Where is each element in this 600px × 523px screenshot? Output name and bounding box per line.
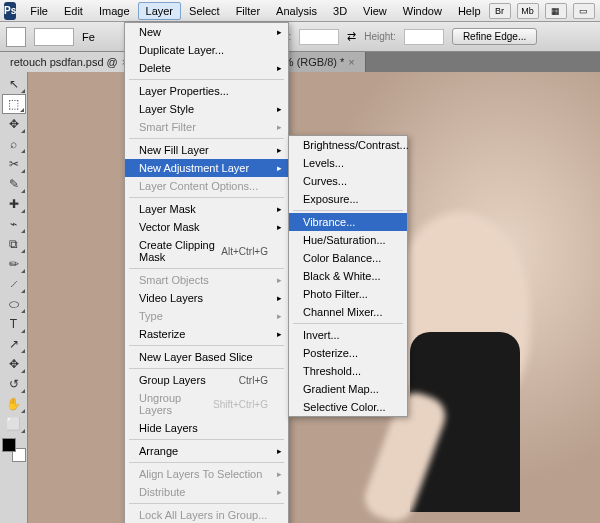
adj-item-12[interactable]: Invert... [289, 326, 407, 344]
adj-item-3[interactable]: Exposure... [289, 190, 407, 208]
menu-select[interactable]: Select [181, 2, 228, 20]
menu-item-label: Gradient Map... [303, 383, 379, 395]
selection-mode[interactable] [34, 28, 74, 46]
tool-14[interactable]: ✥ [2, 354, 26, 374]
adj-item-0[interactable]: Brightness/Contrast... [289, 136, 407, 154]
layer-item-9[interactable]: New Adjustment Layer [125, 159, 288, 177]
layer-item-2[interactable]: Delete [125, 59, 288, 77]
tool-4[interactable]: ✂ [2, 154, 26, 174]
separator [293, 210, 403, 211]
adj-item-13[interactable]: Posterize... [289, 344, 407, 362]
tool-16[interactable]: ✋ [2, 394, 26, 414]
adj-item-8[interactable]: Black & White... [289, 267, 407, 285]
adj-item-7[interactable]: Color Balance... [289, 249, 407, 267]
menu-file[interactable]: File [22, 2, 56, 20]
adj-item-15[interactable]: Gradient Map... [289, 380, 407, 398]
menu-layer[interactable]: Layer [138, 2, 182, 20]
tool-13[interactable]: ↗ [2, 334, 26, 354]
shortcut: Shift+Ctrl+G [213, 399, 268, 410]
tool-3[interactable]: ⌕ [2, 134, 26, 154]
separator [129, 503, 284, 504]
layer-item-14[interactable]: Create Clipping MaskAlt+Ctrl+G [125, 236, 288, 266]
layer-menu-dropdown: NewDuplicate Layer...DeleteLayer Propert… [124, 22, 289, 523]
layer-item-13[interactable]: Vector Mask [125, 218, 288, 236]
mini-bridge-icon[interactable]: Mb [517, 3, 539, 19]
launch-bridge-icon[interactable]: Br [489, 3, 511, 19]
layer-item-8[interactable]: New Fill Layer [125, 141, 288, 159]
layer-item-21[interactable]: New Layer Based Slice [125, 348, 288, 366]
layer-item-27[interactable]: Arrange [125, 442, 288, 460]
layer-item-4[interactable]: Layer Properties... [125, 82, 288, 100]
layer-item-24: Ungroup LayersShift+Ctrl+G [125, 389, 288, 419]
options-bar: Fe Width: ⇄ Height: Refine Edge... [0, 22, 600, 52]
separator [129, 462, 284, 463]
menu-item-label: Curves... [303, 175, 347, 187]
document-tabs: retouch psdfan.psd @× d-2 @ 66.3% (RGB/8… [0, 52, 600, 72]
swap-icon[interactable]: ⇄ [347, 30, 356, 43]
adj-item-10[interactable]: Channel Mixer... [289, 303, 407, 321]
layer-item-12[interactable]: Layer Mask [125, 200, 288, 218]
tool-17[interactable]: ⬜ [2, 414, 26, 434]
menu-item-label: Exposure... [303, 193, 359, 205]
color-swatches[interactable] [2, 438, 26, 462]
view-extras-icon[interactable]: ▦ [545, 3, 567, 19]
menu-item-label: Levels... [303, 157, 344, 169]
menu-item-label: Smart Objects [139, 274, 209, 286]
menu-edit[interactable]: Edit [56, 2, 91, 20]
layer-item-1[interactable]: Duplicate Layer... [125, 41, 288, 59]
tool-5[interactable]: ✎ [2, 174, 26, 194]
menu-filter[interactable]: Filter [228, 2, 268, 20]
tool-11[interactable]: ⬭ [2, 294, 26, 314]
tab-document-1[interactable]: retouch psdfan.psd @× [0, 52, 139, 72]
menu-item-label: Create Clipping Mask [139, 239, 221, 263]
adj-item-9[interactable]: Photo Filter... [289, 285, 407, 303]
menu-item-label: Brightness/Contrast... [303, 139, 409, 151]
menu-item-label: Threshold... [303, 365, 361, 377]
close-icon[interactable]: × [348, 56, 354, 68]
menu-item-label: Rasterize [139, 328, 185, 340]
menu-3d[interactable]: 3D [325, 2, 355, 20]
layer-item-17[interactable]: Video Layers [125, 289, 288, 307]
menu-item-label: Layer Content Options... [139, 180, 258, 192]
tool-0[interactable]: ↖ [2, 74, 26, 94]
menu-image[interactable]: Image [91, 2, 138, 20]
adj-item-2[interactable]: Curves... [289, 172, 407, 190]
menu-item-label: Type [139, 310, 163, 322]
tool-9[interactable]: ✏ [2, 254, 26, 274]
layer-item-25[interactable]: Hide Layers [125, 419, 288, 437]
adj-item-6[interactable]: Hue/Saturation... [289, 231, 407, 249]
tool-10[interactable]: ⟋ [2, 274, 26, 294]
menu-window[interactable]: Window [395, 2, 450, 20]
tool-6[interactable]: ✚ [2, 194, 26, 214]
tool-12[interactable]: T [2, 314, 26, 334]
screen-mode-icon[interactable]: ▭ [573, 3, 595, 19]
layer-item-6: Smart Filter [125, 118, 288, 136]
layer-item-0[interactable]: New [125, 23, 288, 41]
menu-analysis[interactable]: Analysis [268, 2, 325, 20]
tool-8[interactable]: ⧉ [2, 234, 26, 254]
adj-item-14[interactable]: Threshold... [289, 362, 407, 380]
refine-edge-button[interactable]: Refine Edge... [452, 28, 537, 45]
menu-item-label: Duplicate Layer... [139, 44, 224, 56]
height-label: Height: [364, 31, 396, 42]
tool-1[interactable]: ⬚ [2, 94, 26, 114]
menu-item-label: New Adjustment Layer [139, 162, 249, 174]
menu-help[interactable]: Help [450, 2, 489, 20]
adj-item-1[interactable]: Levels... [289, 154, 407, 172]
menu-view[interactable]: View [355, 2, 395, 20]
foreground-color[interactable] [2, 438, 16, 452]
layer-item-23[interactable]: Group LayersCtrl+G [125, 371, 288, 389]
tool-7[interactable]: ⌁ [2, 214, 26, 234]
layer-item-19[interactable]: Rasterize [125, 325, 288, 343]
tool-15[interactable]: ↺ [2, 374, 26, 394]
adj-item-5[interactable]: Vibrance... [289, 213, 407, 231]
adj-item-16[interactable]: Selective Color... [289, 398, 407, 416]
height-input[interactable] [404, 29, 444, 45]
tool-2[interactable]: ✥ [2, 114, 26, 134]
new-adjustment-submenu: Brightness/Contrast...Levels...Curves...… [288, 135, 408, 417]
layer-item-5[interactable]: Layer Style [125, 100, 288, 118]
width-input[interactable] [299, 29, 339, 45]
menu-item-label: Group Layers [139, 374, 206, 386]
menu-item-label: Align Layers To Selection [139, 468, 262, 480]
tool-preset-icon[interactable] [6, 27, 26, 47]
